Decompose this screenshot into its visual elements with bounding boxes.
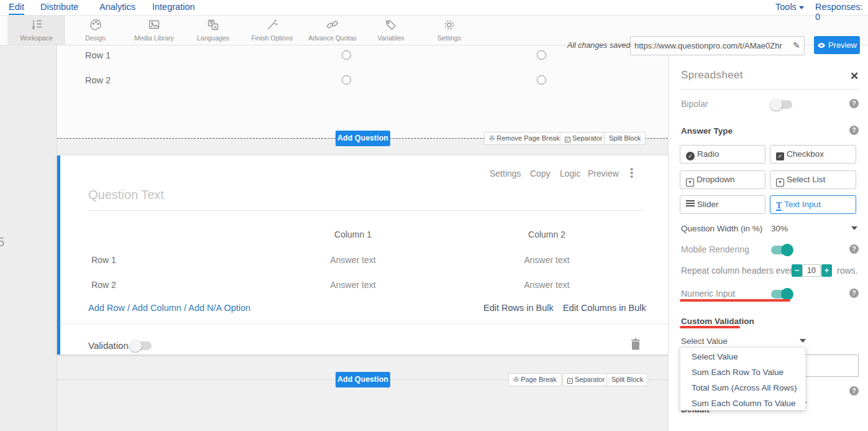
help-icon[interactable]: ? [849, 386, 859, 396]
add-question-button-top[interactable]: Add Question [336, 131, 390, 146]
design-icon [89, 19, 103, 31]
column-header[interactable]: Column 2 [528, 229, 565, 239]
close-icon[interactable]: ✕ [850, 70, 859, 83]
answer-cell[interactable]: Answer text [524, 280, 569, 290]
variables-icon [384, 19, 398, 31]
question-settings-panel: Spreadsheet ✕ Bipolar ? Answer Type ? ✓R… [668, 45, 868, 431]
question-copy-link[interactable]: Copy [530, 169, 550, 178]
red-annotation-underline [680, 299, 790, 302]
question-settings-link[interactable]: Settings [490, 169, 521, 178]
bipolar-label: Bipolar [681, 99, 708, 109]
decrement-button[interactable]: − [792, 264, 802, 277]
question-text-input[interactable]: Question Text [88, 188, 164, 202]
chevron-down-icon[interactable] [851, 226, 857, 230]
edit-columns-in-bulk-link[interactable]: Edit Columns in Bulk [563, 303, 646, 313]
answer-type-radio[interactable]: ✓Radio [680, 145, 765, 164]
dropdown-option-total-sum[interactable]: Total Sum (Across All Rows) [680, 380, 805, 396]
validation-toggle[interactable] [130, 341, 152, 350]
responses-count[interactable]: Responses: 0 [815, 2, 868, 22]
mobile-rendering-toggle[interactable] [771, 246, 792, 254]
repeat-headers-label: Repeat column headers every [681, 266, 797, 276]
nav-distribute[interactable]: Distribute [40, 2, 78, 12]
tab-workspace[interactable]: Workspace [7, 16, 65, 45]
dropdown-option-sum-each-row[interactable]: Sum Each Row To Value [680, 364, 805, 380]
add-question-button-bottom[interactable]: Add Question [336, 372, 390, 387]
add-na-option-link[interactable]: Add N/A Option [188, 303, 250, 313]
answer-type-select-list[interactable]: ▾Select List [770, 170, 856, 189]
nav-edit[interactable]: Edit [9, 2, 24, 15]
dropdown-option-sum-each-column[interactable]: Sum Each Column To Value [680, 396, 805, 410]
help-icon[interactable]: ? [849, 244, 859, 254]
separator-button-top[interactable]: ✓Separator [560, 132, 607, 145]
toggle-knob [129, 340, 142, 352]
radio-option[interactable] [342, 50, 351, 60]
chevron-down-icon[interactable] [800, 339, 806, 343]
separator-label: Separator [572, 134, 602, 142]
add-column-link[interactable]: Add Column [132, 303, 181, 313]
separator-button-bottom[interactable]: ✓Separator [562, 373, 610, 386]
help-icon[interactable]: ? [849, 99, 859, 108]
nav-integration[interactable]: Integration [152, 2, 195, 12]
tab-languages[interactable]: A Languages [186, 16, 240, 45]
remove-page-break-button[interactable]: ✇Remove Page Break [484, 132, 565, 145]
settings-icon [442, 19, 456, 31]
tab-design[interactable]: Design [68, 16, 122, 45]
tab-media-library[interactable]: Media Library [124, 16, 184, 45]
row-label[interactable]: Row 2 [91, 280, 116, 290]
checkbox-icon: ✓ [567, 378, 573, 384]
radio-option[interactable] [537, 50, 546, 60]
page-break-button[interactable]: ✇Page Break [508, 373, 562, 386]
question-width-label: Question Width (in %) [681, 224, 762, 233]
answer-type-dropdown[interactable]: ▾Dropdown [680, 170, 765, 189]
edit-rows-in-bulk-link[interactable]: Edit Rows in Bulk [483, 303, 554, 313]
survey-url-input[interactable] [631, 37, 786, 55]
tab-finish-options[interactable]: Finish Options [244, 16, 301, 45]
answer-cell[interactable]: Answer text [330, 280, 375, 290]
slider-icon [686, 200, 695, 208]
answer-type-checkbox[interactable]: ✓Checkbox [770, 145, 856, 164]
custom-validation-label: Custom Validation [681, 317, 754, 326]
help-icon[interactable]: ? [849, 289, 859, 298]
radio-option[interactable] [537, 75, 546, 85]
split-block-button-bottom[interactable]: Split Block [606, 373, 648, 386]
repeat-headers-input[interactable] [802, 264, 821, 277]
column-header[interactable]: Column 1 [334, 229, 372, 239]
numeric-input-toggle[interactable] [771, 290, 792, 299]
mobile-rendering-label: Mobile Rendering [681, 244, 749, 254]
edit-url-icon[interactable]: ✎ [793, 40, 800, 50]
split-block-button-top[interactable]: Split Block [604, 132, 646, 145]
validation-select-value[interactable]: Select Value [681, 336, 728, 346]
workspace-icon [30, 19, 43, 31]
question-preview-link[interactable]: Preview [588, 169, 619, 178]
tab-settings[interactable]: Settings [421, 16, 477, 45]
delete-question-icon[interactable] [631, 338, 641, 350]
bipolar-toggle[interactable] [771, 100, 792, 109]
split-block-label: Split Block [611, 376, 643, 383]
tab-advance-quotas[interactable]: Advance Quotas [303, 16, 362, 45]
split-block-label: Split Block [609, 134, 641, 142]
question-logic-link[interactable]: Logic [560, 169, 580, 178]
previous-question-block[interactable]: Row 1 Row 2 [57, 45, 668, 138]
preview-row-label: Row 2 [85, 75, 111, 85]
row-label[interactable]: Row 1 [91, 255, 116, 265]
answer-type-text-input[interactable]: TText Input [770, 195, 856, 214]
preview-button[interactable]: Preview [814, 36, 860, 54]
tab-variables[interactable]: Variables [364, 16, 418, 45]
increment-button[interactable]: + [821, 264, 832, 277]
tools-menu[interactable]: Tools [775, 2, 804, 12]
answer-type-slider[interactable]: Slider [680, 195, 765, 214]
more-options-icon[interactable]: ••• [630, 167, 634, 178]
help-icon[interactable]: ? [849, 126, 859, 135]
answer-cell[interactable]: Answer text [524, 255, 569, 265]
answer-cell[interactable]: Answer text [330, 255, 375, 265]
question-width-value[interactable]: 30% [771, 224, 788, 233]
save-status: All changes saved [567, 41, 630, 50]
dropdown-option-select-value[interactable]: Select Value [680, 349, 805, 364]
nav-analytics[interactable]: Analytics [99, 2, 135, 12]
validation-label: Validation [88, 340, 129, 351]
radio-option[interactable] [342, 75, 351, 85]
tab-languages-label: Languages [186, 34, 240, 42]
add-row-link[interactable]: Add Row [88, 303, 125, 313]
answer-type-label: Answer Type [681, 126, 733, 136]
question-editor-card: Settings Copy Logic Preview ••• Question… [57, 155, 668, 355]
